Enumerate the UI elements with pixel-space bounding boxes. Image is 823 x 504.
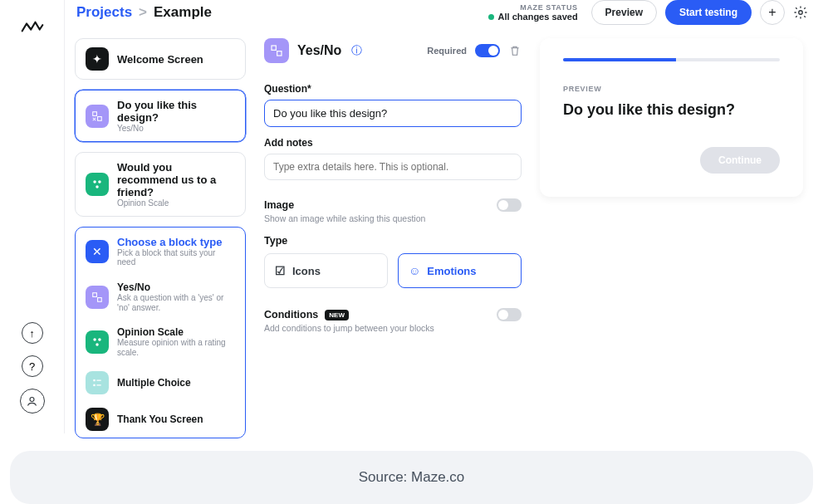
left-rail: ↑ ? [0, 0, 65, 433]
required-label: Required [427, 46, 467, 56]
block-subtitle: Opinion Scale [117, 198, 235, 208]
svg-rect-8 [98, 298, 102, 302]
yesno-icon [86, 105, 109, 128]
topbar: Projects > Example MAZE STATUS All chang… [65, 0, 823, 25]
block-subtitle: Yes/No [117, 124, 235, 133]
svg-rect-7 [93, 293, 97, 297]
svg-rect-13 [93, 384, 95, 386]
notes-label: Add notes [264, 137, 522, 149]
block-opinion-scale[interactable]: Would you recommend us to a friend? Opin… [75, 152, 246, 217]
svg-rect-2 [93, 111, 97, 115]
check-icon: ☑ [275, 264, 286, 277]
block-yes-no[interactable]: Do you like this design? Yes/No [75, 90, 246, 142]
trash-icon[interactable] [508, 44, 522, 57]
picker-item-title: Multiple Choice [117, 377, 191, 389]
rocket-icon: ✦ [86, 47, 109, 71]
svg-point-10 [98, 338, 101, 341]
svg-rect-3 [98, 116, 102, 120]
svg-point-5 [98, 180, 101, 183]
preview-label: PREVIEW [563, 85, 780, 93]
status-dot-icon [488, 14, 494, 20]
image-subtitle: Show an image while asking this question [264, 213, 522, 223]
svg-rect-16 [272, 46, 276, 50]
help-icon[interactable]: ? [22, 355, 43, 377]
svg-point-9 [93, 338, 96, 341]
help-circle-icon[interactable]: ⓘ [351, 43, 362, 58]
picker-item-title: Opinion Scale [117, 326, 235, 338]
opinion-icon [86, 330, 109, 354]
conditions-title: Conditions [264, 309, 318, 321]
question-label: Question* [264, 83, 522, 95]
image-toggle[interactable] [497, 198, 522, 212]
picker-subtitle: Pick a block that suits your need [117, 248, 235, 267]
svg-point-0 [30, 397, 34, 401]
conditions-subtitle: Add conditions to jump between your bloc… [264, 323, 522, 333]
block-title: Welcome Screen [117, 53, 203, 66]
picker-title: Choose a block type [117, 236, 235, 248]
block-title: Do you like this design? [117, 99, 235, 124]
type-emotions-button[interactable]: ☺ Emotions [398, 253, 522, 288]
block-welcome-screen[interactable]: ✦ Welcome Screen [75, 38, 246, 80]
picker-item-sub: Ask a question with a 'yes' or 'no' answ… [117, 293, 235, 313]
svg-rect-12 [93, 379, 95, 381]
preview-question: Do you like this design? [563, 101, 780, 119]
progress-bar [563, 58, 780, 61]
start-testing-button[interactable]: Start testing [665, 0, 752, 25]
status-label: MAZE STATUS [520, 3, 577, 12]
add-button[interactable]: + [760, 0, 785, 25]
picker-item-multiple[interactable]: Multiple Choice [76, 365, 245, 401]
svg-point-4 [93, 180, 96, 183]
preview-card: PREVIEW Do you like this design? Continu… [540, 38, 803, 197]
blocks-column: ✦ Welcome Screen Do you like this design… [75, 38, 246, 438]
logo-icon [21, 18, 44, 35]
picker-item-sub: Measure opinion with a rating scale. [117, 338, 235, 358]
picker-item-title: Thank You Screen [117, 413, 203, 425]
up-circle-icon[interactable]: ↑ [22, 322, 43, 344]
svg-rect-17 [277, 51, 282, 56]
yesno-icon [86, 286, 109, 309]
notes-input[interactable] [264, 154, 522, 180]
svg-point-1 [799, 11, 803, 15]
type-icons-button[interactable]: ☑ Icons [264, 253, 388, 288]
breadcrumb-projects[interactable]: Projects [76, 4, 132, 21]
trophy-icon: 🏆 [86, 408, 109, 431]
required-toggle[interactable] [475, 44, 500, 57]
multiple-choice-icon [86, 371, 109, 394]
smile-icon: ☺ [409, 264, 420, 277]
block-type-picker: ✕ Choose a block type Pick a block that … [75, 227, 246, 438]
close-icon[interactable]: ✕ [86, 240, 109, 263]
new-badge: NEW [325, 310, 349, 321]
breadcrumb: Projects > Example [76, 4, 212, 21]
chevron-right-icon: > [139, 4, 147, 21]
type-label: Type [264, 235, 522, 247]
account-icon[interactable] [20, 389, 45, 413]
block-title: Would you recommend us to a friend? [117, 161, 235, 198]
svg-point-11 [96, 343, 99, 346]
continue-button[interactable]: Continue [700, 147, 780, 174]
gear-icon[interactable] [793, 5, 808, 20]
save-status: MAZE STATUS All changes saved [488, 3, 578, 22]
source-caption: Source: Maze.co [10, 451, 813, 504]
editor-column: Yes/No ⓘ Required Question* Add notes Im… [264, 38, 522, 438]
type-icons-label: Icons [292, 265, 321, 277]
editor-title: Yes/No [297, 43, 341, 58]
status-text: All changes saved [498, 12, 578, 22]
picker-item-opinion[interactable]: Opinion Scale Measure opinion with a rat… [76, 320, 245, 365]
picker-item-yesno[interactable]: Yes/No Ask a question with a 'yes' or 'n… [76, 275, 245, 320]
picker-item-title: Yes/No [117, 281, 235, 293]
yesno-icon [264, 38, 289, 63]
type-emotions-label: Emotions [427, 265, 476, 277]
svg-point-6 [96, 185, 99, 188]
conditions-toggle[interactable] [497, 308, 522, 321]
breadcrumb-current: Example [154, 4, 212, 21]
preview-button[interactable]: Preview [591, 0, 657, 25]
opinion-icon [86, 173, 109, 196]
preview-column: PREVIEW Do you like this design? Continu… [540, 38, 803, 438]
image-title: Image [264, 199, 294, 211]
picker-item-thank-you[interactable]: 🏆 Thank You Screen [76, 401, 245, 438]
question-input[interactable] [264, 100, 522, 127]
